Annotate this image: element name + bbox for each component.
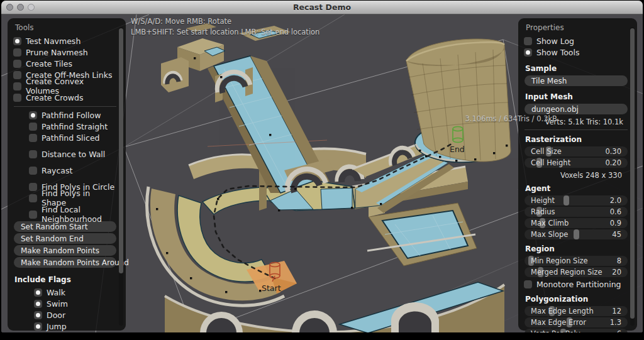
mode-pathfind-follow[interactable]: Pathfind Follow: [29, 109, 117, 121]
checkbox-label: Monotore Partitioning: [536, 280, 621, 289]
window-controls: [6, 4, 35, 11]
region-section-title: Region: [525, 244, 628, 253]
toggle-label: Show Log: [536, 36, 574, 46]
agent-section-title: Agent: [525, 184, 628, 193]
slider-value: 6: [617, 329, 621, 332]
minimize-button[interactable]: [17, 4, 24, 11]
radio-icon: [29, 134, 37, 142]
slider-max-edge-length[interactable]: Max Edge Length12: [525, 306, 628, 316]
checkbox-icon: [524, 37, 532, 45]
flag-label: Swim: [47, 299, 68, 309]
mode-label: Pathfind Straight: [42, 122, 108, 131]
slider-label: Cell Height: [531, 158, 570, 167]
flag-checkbox-door[interactable]: Door: [34, 309, 117, 321]
help-line-2: LMB+SHIFT: Set start location LMB: Set e…: [131, 27, 319, 38]
mode-label: Pathfind Sliced: [42, 133, 100, 143]
slider-radius[interactable]: Radius0.6: [525, 207, 628, 217]
properties-panel-title: Properties: [524, 21, 628, 35]
tool-option-label: Create Tiles: [26, 59, 72, 69]
tool-option-create-convex-volumes[interactable]: Create Convex Volumes: [13, 80, 117, 92]
slider-cell-height[interactable]: Cell Height0.20: [525, 158, 628, 168]
title-bar: Recast Demo: [1, 1, 643, 14]
show-tools-toggle[interactable]: Show Tools: [524, 47, 628, 58]
show-log-toggle[interactable]: Show Log: [524, 35, 628, 47]
window-title: Recast Demo: [1, 1, 643, 14]
tool-option-test-navmesh[interactable]: Test Navmesh: [13, 35, 117, 47]
tool-option-label: Test Navmesh: [26, 36, 80, 46]
flag-checkbox-jump[interactable]: Jump: [34, 321, 117, 332]
polygonization-section-title: Polygonization: [525, 295, 628, 304]
radio-icon: [29, 183, 37, 191]
radio-icon: [13, 82, 21, 90]
sample-value-button[interactable]: Tile Mesh: [525, 75, 628, 86]
mode-find-polys-in-shape[interactable]: Find Polys in Shape: [29, 192, 117, 204]
slider-merged-region-size[interactable]: Merged Region Size20: [525, 267, 628, 277]
slider-label: Cell Size: [531, 147, 562, 156]
slider-cell-size[interactable]: Cell Size0.30: [525, 146, 628, 156]
input-mesh-section-title: Input Mesh: [525, 92, 628, 101]
flag-label: Walk: [47, 288, 65, 297]
input-mesh-value-button[interactable]: dungeon.obj: [525, 104, 628, 114]
sample-section-title: Sample: [525, 64, 628, 73]
slider-label: Min Region Size: [531, 256, 588, 265]
set-random-end-button[interactable]: Set Random End: [14, 233, 116, 244]
checkbox-icon: [34, 322, 42, 331]
flag-checkbox-walk[interactable]: Walk: [34, 287, 117, 298]
start-label: Start: [262, 283, 281, 293]
make-random-points-button[interactable]: Make Random Points: [14, 245, 116, 256]
slider-label: Height: [531, 196, 555, 205]
mode-label: Distance to Wall: [42, 150, 105, 159]
slider-verts-per-poly[interactable]: Verts Per Poly6: [525, 329, 628, 332]
slider-min-region-size[interactable]: Min Region Size8: [525, 256, 628, 266]
tool-option-label: Create Crowds: [26, 93, 83, 102]
mode-pathfind-sliced[interactable]: Pathfind Sliced: [29, 132, 117, 143]
mode-find-local-neighbourhood[interactable]: Find Local Neighbourhood: [29, 209, 117, 220]
mode-pathfind-straight[interactable]: Pathfind Straight: [29, 121, 117, 132]
slider-max-slope[interactable]: Max Slope45: [525, 229, 628, 239]
slider-label: Max Edge Error: [531, 318, 586, 327]
checkbox-icon: [34, 311, 42, 319]
slider-value: 2.0: [610, 196, 621, 205]
end-label: End: [450, 145, 465, 154]
tools-panel: Tools Test Navmesh Prune Navmesh Create …: [8, 18, 126, 331]
slider-value: 1.3: [610, 318, 621, 327]
monotone-partitioning-checkbox[interactable]: Monotore Partitioning: [524, 278, 628, 290]
help-line-1: W/S/A/D: Move RMB: Rotate: [131, 16, 319, 27]
slider-label: Verts Per Poly: [531, 329, 580, 332]
render-stats: 3.106ms / 634Tris / 0.3kB: [465, 114, 557, 123]
slider-value: 20: [612, 268, 621, 277]
make-random-points-around-button[interactable]: Make Random Points Around: [14, 257, 116, 268]
properties-scrollbar-thumb[interactable]: [630, 28, 635, 319]
separator: [14, 106, 116, 107]
slider-value: 0.30: [605, 147, 621, 156]
checkbox-icon: [524, 48, 532, 57]
slider-label: Max Slope: [531, 230, 568, 239]
slider-label: Max Climb: [531, 219, 569, 228]
flag-label: Door: [47, 310, 65, 320]
rasterization-section-title: Rasterization: [525, 135, 628, 144]
slider-max-climb[interactable]: Max Climb0.9: [525, 218, 628, 228]
slider-label: Max Edge Length: [531, 307, 594, 315]
tools-scrollbar-thumb[interactable]: [119, 28, 123, 273]
slider-height[interactable]: Height2.0: [525, 195, 628, 206]
close-button[interactable]: [6, 4, 13, 11]
tool-option-create-tiles[interactable]: Create Tiles: [13, 58, 117, 69]
radio-icon: [29, 123, 37, 131]
mode-distance-to-wall[interactable]: Distance to Wall: [29, 148, 117, 160]
tool-option-prune-navmesh[interactable]: Prune Navmesh: [13, 47, 117, 58]
mode-label: Raycast: [42, 166, 72, 175]
toggle-label: Show Tools: [536, 48, 580, 57]
slider-thumb[interactable]: [574, 229, 579, 239]
radio-icon: [29, 167, 37, 175]
slider-thumb[interactable]: [564, 195, 569, 206]
maximize-button[interactable]: [28, 4, 35, 11]
flag-label: Jump: [47, 322, 67, 331]
flag-checkbox-swim[interactable]: Swim: [34, 298, 117, 309]
mode-raycast[interactable]: Raycast: [29, 165, 117, 176]
radio-icon: [29, 150, 37, 158]
radio-icon: [13, 94, 21, 102]
slider-value: 12: [612, 307, 621, 315]
checkbox-icon: [34, 288, 42, 297]
slider-max-edge-error[interactable]: Max Edge Error1.3: [525, 317, 628, 327]
slider-label: Merged Region Size: [531, 268, 602, 277]
